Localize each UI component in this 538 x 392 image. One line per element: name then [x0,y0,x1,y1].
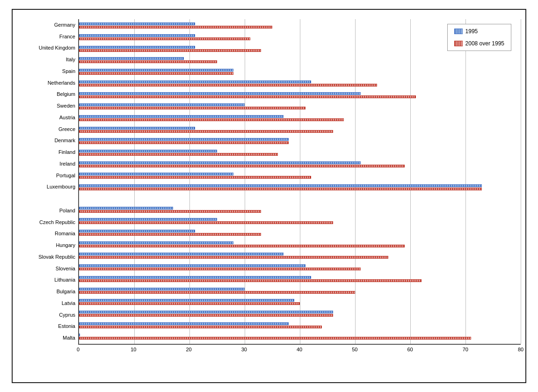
x-axis-label: 20 [186,347,191,352]
bar-1995 [79,22,195,25]
bar-2008 [79,60,217,63]
bar-row-2008 [79,233,521,236]
y-label: Austria [17,115,78,120]
bar-1995 [79,207,173,210]
x-axis-label: 0 [77,347,80,352]
x-axis-label: 30 [241,347,247,352]
bar-group [79,92,521,99]
y-label: Cyprus [17,312,78,318]
bar-group [79,253,521,259]
bar-1995 [79,46,195,49]
bar-group [79,218,521,225]
bar-group [79,184,521,191]
legend-item-2008: 2008 over 1995 [454,40,504,47]
x-axis-label: 80 [518,347,523,352]
bar-group [79,161,521,168]
bar-row-1995 [79,334,521,336]
bar-2008 [79,176,311,179]
bar-1995 [79,103,245,106]
bar-row-2008 [79,210,521,213]
bar-row-2008 [79,118,521,121]
bar-1995 [79,150,217,152]
bar-group [79,57,521,64]
y-label: Sweden [17,103,78,109]
bar-1995 [79,127,195,130]
bar-row-2008 [79,268,521,270]
chart-plot-area [78,19,521,345]
legend: 1995 2008 over 1995 [447,24,511,51]
bar-row-2008 [79,107,521,109]
bar-row-2008 [79,165,521,167]
bar-row-2008 [79,141,521,144]
bar-row-1995 [79,241,521,244]
bar-row-2008 [79,130,521,133]
bar-row-1995 [79,80,521,83]
bar-1995 [79,241,233,244]
x-axis-labels: 01020304050607080 [79,345,516,354]
bar-row-2008 [79,245,521,247]
bar-2008 [79,141,289,144]
bar-row-2008 [79,188,521,190]
y-label: Germany [17,22,78,28]
y-label-gap [17,196,78,202]
bar-row-2008 [79,72,521,75]
bar-row-1995 [79,322,521,325]
y-label: France [17,34,78,39]
bar-row-1995 [79,127,521,130]
bar-row-1995 [79,92,521,95]
x-axis-label: 40 [297,347,302,352]
bar-row-1995 [79,264,521,267]
legend-color-1995 [454,29,463,34]
bar-row-1995 [79,161,521,164]
bar-2008 [79,188,482,190]
bar-1995 [79,218,217,221]
bar-row-1995 [79,103,521,106]
bar-2008 [79,337,471,340]
bar-row-1995 [79,288,521,290]
legend-label-2008: 2008 over 1995 [465,40,504,47]
bar-group [79,80,521,87]
bar-1995 [79,115,284,118]
bar-row-2008 [79,60,521,63]
y-label: Italy [17,57,78,62]
bar-row-2008 [79,279,521,282]
bar-1995 [79,92,361,95]
bar-1995 [79,288,245,290]
bar-group [79,127,521,133]
bar-2008 [79,37,250,40]
y-label: Belgium [17,92,78,97]
bar-1995 [79,80,311,83]
bar-2008 [79,256,388,259]
bar-row-1995 [79,69,521,72]
bar-group [79,173,521,179]
bar-row-1995 [79,311,521,313]
y-label: Czech Republic [17,220,78,225]
bar-row-2008 [79,302,521,305]
bar-2008 [79,326,322,328]
bar-2008 [79,268,361,270]
bar-2008 [79,165,405,167]
y-label: Hungary [17,243,78,248]
bar-1995 [79,230,195,232]
bar-group [79,334,521,340]
bar-row-1995 [79,57,521,60]
bar-2008 [79,130,333,133]
y-label: Greece [17,127,78,132]
bar-row-2008 [79,337,521,340]
y-label: Lithuania [17,277,78,283]
bar-row-1995 [79,173,521,175]
chart-title-area: GermanyFranceUnited KingdomItalySpainNet… [17,19,521,345]
legend-color-2008 [454,41,463,46]
bar-row-1995 [79,253,521,255]
bar-row-2008 [79,256,521,259]
bar-1995 [79,299,294,302]
bar-row-1995 [79,115,521,118]
bar-group [79,69,521,75]
bar-2008 [79,26,272,29]
bar-2008 [79,302,300,305]
bar-group [79,311,521,317]
y-label: Portugal [17,173,78,178]
bar-row-1995 [79,276,521,279]
bar-row-1995 [79,150,521,152]
bar-row-1995 [79,207,521,210]
